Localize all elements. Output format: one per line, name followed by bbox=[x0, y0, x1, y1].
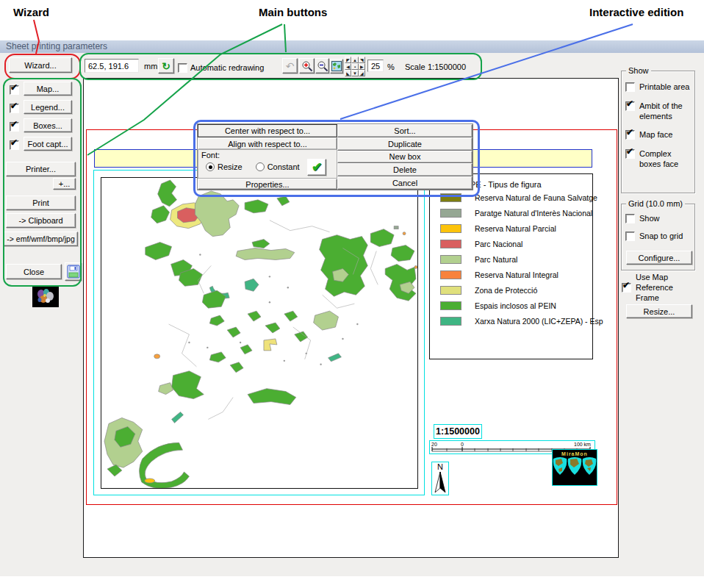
refresh-button[interactable]: ↻ bbox=[158, 58, 174, 74]
clipboard-button[interactable]: -> Clipboard bbox=[6, 213, 76, 228]
check-mark: ✔ bbox=[10, 101, 18, 111]
legend-item-label: Espais inclosos al PEIN bbox=[475, 301, 556, 310]
pan-pad[interactable]: ◤▲◥ ◀▪▶ ◣▼◢ bbox=[345, 57, 365, 76]
undo-icon: ↶ bbox=[286, 60, 295, 72]
show-option-label: Complex boxes face bbox=[639, 149, 693, 170]
check-mark: ✔ bbox=[626, 147, 633, 157]
menu-item-properties[interactable]: Properties... bbox=[198, 179, 337, 190]
font-option[interactable]: Resize bbox=[206, 162, 243, 171]
wizard-button[interactable]: Wizard... bbox=[9, 57, 72, 73]
pan-left-icon[interactable]: ◀ bbox=[345, 63, 351, 70]
legend-swatch bbox=[440, 286, 461, 295]
check-mark: ✔ bbox=[622, 281, 630, 290]
close-button[interactable]: Close bbox=[6, 264, 62, 279]
checkbox[interactable] bbox=[625, 232, 635, 241]
printer-button[interactable]: Printer... bbox=[6, 162, 76, 176]
legend-item: Reserva Natural Parcial bbox=[440, 225, 603, 232]
main-buttons-annotation-label: Main buttons bbox=[259, 6, 327, 18]
legend-swatch bbox=[440, 193, 461, 202]
window-title: Sheet printing parameters bbox=[0, 40, 704, 53]
toggle-button[interactable]: Map... bbox=[24, 82, 72, 96]
font-apply-button[interactable]: ✔ bbox=[307, 159, 326, 176]
radio-dot bbox=[209, 165, 212, 169]
menu-item[interactable]: Center with respect to... bbox=[198, 124, 337, 137]
pan-up-left-icon[interactable]: ◤ bbox=[345, 57, 351, 63]
resize-button[interactable]: Resize... bbox=[626, 304, 692, 318]
map-logo-box[interactable]: MiraMon bbox=[552, 449, 597, 486]
legend-item: Xarxa Natura 2000 (LIC+ZEPA) - Esp bbox=[440, 318, 603, 325]
legend-item: Parc Natural bbox=[440, 256, 603, 263]
units-label: mm bbox=[144, 62, 157, 71]
legend-item: Paratge Natural d'Interès Nacional bbox=[440, 209, 603, 217]
radio-button[interactable] bbox=[256, 162, 265, 171]
pan-down-left-icon[interactable]: ◣ bbox=[345, 70, 351, 76]
map-preview bbox=[101, 178, 417, 488]
font-option-label: Resize bbox=[218, 162, 243, 171]
auto-redraw-checkbox[interactable] bbox=[178, 63, 187, 73]
legend-item: Parc Nacional bbox=[440, 240, 603, 248]
menu-item[interactable]: Duplicate bbox=[337, 137, 473, 151]
pan-down-icon[interactable]: ▼ bbox=[351, 70, 358, 76]
radio-button[interactable] bbox=[206, 162, 215, 171]
toggle-checkbox[interactable]: ✔ bbox=[10, 85, 19, 95]
show-option: ✔Complex boxes face bbox=[625, 149, 693, 170]
grid-option-label: Show bbox=[639, 214, 660, 224]
toggle-button[interactable]: Foot capt... bbox=[24, 137, 72, 151]
pan-center-icon[interactable]: ▪ bbox=[351, 63, 358, 70]
toggle-button[interactable]: Legend... bbox=[24, 100, 72, 114]
interactive-edition-menu: Center with respect to...Align with resp… bbox=[197, 123, 473, 190]
toggle-checkbox[interactable]: ✔ bbox=[10, 104, 19, 113]
font-option-label: Constant bbox=[267, 162, 300, 171]
checkbox[interactable]: ✔ bbox=[625, 149, 635, 159]
map-scale-text[interactable]: 1:1500000 bbox=[434, 424, 482, 439]
undo-button[interactable]: ↶ bbox=[282, 58, 298, 74]
export-image-button[interactable]: -> emf/wmf/bmp/jpg bbox=[4, 232, 78, 246]
auto-redraw-label: Automatic redrawing bbox=[190, 63, 264, 73]
scale-bar-mid-label: 0 bbox=[461, 442, 464, 447]
checkbox[interactable] bbox=[625, 214, 635, 223]
check-mark: ✔ bbox=[10, 138, 18, 148]
pan-up-right-icon[interactable]: ◥ bbox=[359, 57, 365, 63]
toggle-checkbox[interactable]: ✔ bbox=[10, 140, 19, 150]
show-option: ✔Ambit of the elements bbox=[625, 101, 693, 122]
map-logo-text: MiraMon bbox=[553, 451, 597, 456]
font-option[interactable]: Constant bbox=[256, 162, 300, 171]
checkbox[interactable] bbox=[625, 82, 635, 92]
pan-right-icon[interactable]: ▶ bbox=[359, 63, 365, 70]
toggle-row: ✔Legend... bbox=[3, 99, 79, 118]
check-mark: ✔ bbox=[10, 120, 18, 129]
legend-item: Reserva Natural Integral bbox=[440, 271, 603, 279]
use-map-frame-checkbox[interactable]: ✔ bbox=[622, 283, 631, 293]
print-button[interactable]: Print bbox=[6, 196, 76, 210]
legend-box[interactable]: PE - Tipus de figura Reserva Natural de … bbox=[429, 173, 593, 359]
save-button[interactable] bbox=[65, 262, 82, 281]
show-option-label: Printable area bbox=[639, 82, 690, 93]
menu-item[interactable]: Sort... bbox=[337, 124, 473, 137]
pan-down-right-icon[interactable]: ◢ bbox=[359, 70, 365, 76]
checkbox[interactable]: ✔ bbox=[625, 101, 635, 111]
configure-grid-button[interactable]: Configure... bbox=[626, 251, 692, 265]
zoom-percent-field[interactable]: 25 bbox=[367, 60, 384, 72]
menu-item[interactable]: Delete bbox=[337, 163, 473, 176]
zoom-out-button[interactable] bbox=[315, 58, 329, 74]
legend-swatch bbox=[440, 270, 461, 279]
checkbox[interactable]: ✔ bbox=[625, 130, 635, 140]
grid-group-items: ShowSnap to grid bbox=[625, 214, 693, 242]
menu-item[interactable]: Cancel bbox=[337, 176, 473, 190]
scale-bar-right-label: 100 km bbox=[574, 442, 591, 447]
show-group-items: Printable area✔Ambit of the elements✔Map… bbox=[625, 82, 693, 170]
full-extent-button[interactable] bbox=[330, 59, 343, 74]
zoom-in-button[interactable] bbox=[299, 58, 315, 74]
north-arrow-box[interactable]: N bbox=[431, 462, 449, 495]
check-mark: ✔ bbox=[626, 128, 633, 137]
menu-item[interactable]: New box bbox=[337, 151, 473, 164]
menu-item[interactable]: Align with respect to... bbox=[198, 137, 337, 150]
toggle-button[interactable]: Boxes... bbox=[24, 118, 72, 132]
coordinates-field[interactable]: 62.5, 191.6 bbox=[85, 59, 139, 73]
legend-item: Zona de Protecció bbox=[440, 287, 603, 294]
legend-item-label: Reserva Natural Integral bbox=[475, 270, 558, 279]
add-printer-button[interactable]: +... bbox=[53, 178, 76, 190]
toggle-checkbox[interactable]: ✔ bbox=[10, 122, 19, 132]
pan-up-icon[interactable]: ▲ bbox=[351, 57, 358, 63]
map-face[interactable] bbox=[101, 177, 418, 489]
